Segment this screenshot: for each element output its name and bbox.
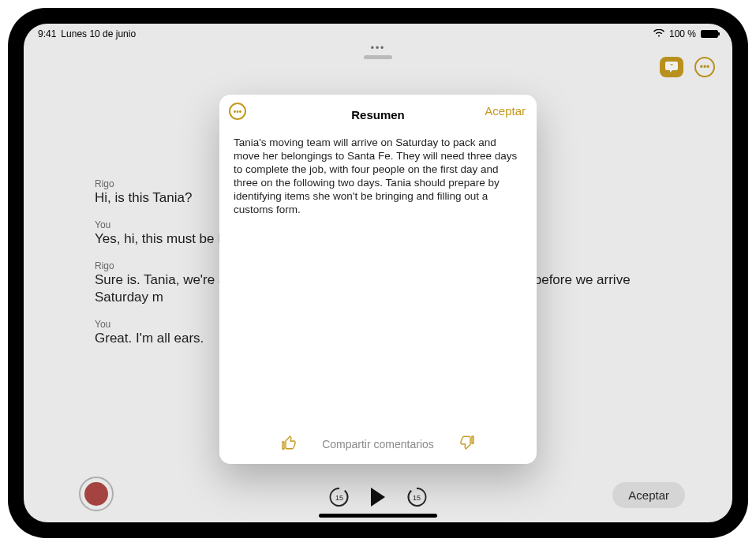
- summary-text: Tania's moving team will arrive on Satur…: [234, 136, 517, 215]
- share-feedback-label: Compartir comentarios: [322, 438, 434, 451]
- modal-footer: Compartir comentarios: [219, 427, 537, 464]
- thumbs-up-icon: [281, 435, 297, 451]
- ellipsis-icon: •••: [234, 107, 242, 116]
- modal-accept-label: Aceptar: [485, 104, 526, 118]
- thumbs-up-button[interactable]: [281, 435, 297, 453]
- thumbs-down-icon: [459, 435, 475, 451]
- modal-title: Resumen: [351, 108, 405, 122]
- modal-accept-button[interactable]: Aceptar: [485, 104, 526, 118]
- summary-modal: ••• Resumen Aceptar Tania's moving team …: [219, 95, 537, 464]
- modal-more-button[interactable]: •••: [229, 103, 246, 120]
- screen: 9:41 Lunes 10 de junio 100 % ••• ”: [24, 24, 732, 522]
- thumbs-down-button[interactable]: [459, 435, 475, 453]
- modal-body: Tania's moving team will arrive on Satur…: [219, 126, 537, 427]
- device-frame: 9:41 Lunes 10 de junio 100 % ••• ”: [8, 8, 748, 538]
- modal-header: ••• Resumen Aceptar: [219, 95, 537, 126]
